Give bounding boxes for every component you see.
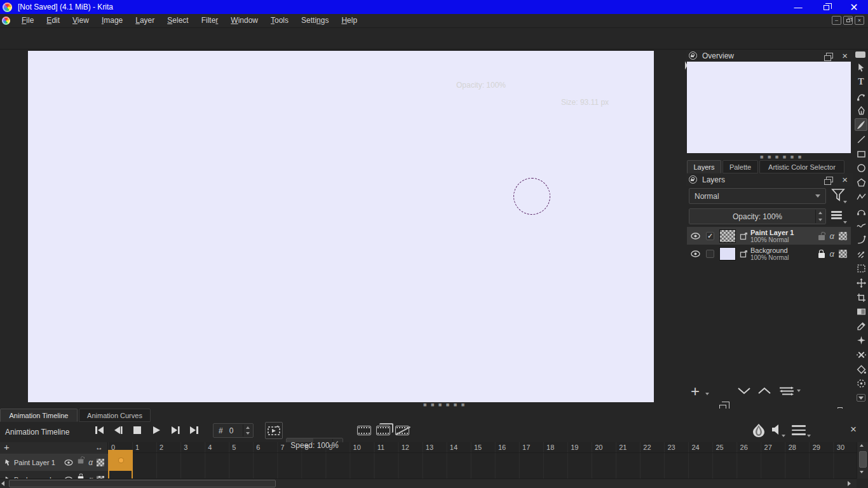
layer-properties-button[interactable] [779,386,794,396]
frame-label-17[interactable]: 17 [519,442,543,453]
overview-preview[interactable] [687,62,851,153]
bezier-curve-tool-icon[interactable] [855,205,867,217]
timeline-add-layer-button[interactable]: + [4,442,10,452]
skip-to-start-button[interactable] [91,423,107,438]
canvas[interactable] [28,51,654,402]
frame-label-12[interactable]: 12 [398,442,423,453]
visibility-eye-icon[interactable] [691,233,700,240]
select-shapes-tool-icon[interactable] [855,61,867,74]
timeline-ruler[interactable]: 0123456789101112131415161718192021222324… [108,442,857,453]
add-layer-button[interactable]: + [691,384,700,398]
add-layer-options-arrow[interactable] [705,393,709,395]
tab-palette[interactable]: Palette [722,160,758,173]
layers-float-button[interactable] [826,177,833,182]
alpha-inherit-icon[interactable] [97,459,104,466]
menu-file[interactable]: File [15,14,40,28]
freehand-brush-tool-icon[interactable] [855,118,867,131]
text-tool-icon[interactable]: T [855,76,867,88]
unlocked-icon[interactable] [78,459,84,463]
crop-tool-icon[interactable] [855,291,867,304]
polygon-tool-icon[interactable] [855,176,867,189]
layers-close-button[interactable]: × [842,177,848,183]
move-layer-up-button[interactable] [757,386,771,395]
alpha-icon[interactable]: α [88,458,93,467]
audio-options-arrow[interactable] [782,435,785,437]
tab-artistic-color-selector[interactable]: Artistic Color Selector [759,160,844,173]
skip-to-end-button[interactable] [186,423,203,438]
layer-thumbnail[interactable] [719,229,736,243]
polyline-tool-icon[interactable] [855,190,867,203]
current-frame-spinbox[interactable]: # 0 [213,423,254,438]
layer-filter-button[interactable] [831,188,845,202]
frame-label-30[interactable]: 30 [834,442,858,453]
properties-options-arrow[interactable] [797,390,801,392]
drop-frames-button[interactable] [265,422,283,439]
alpha-icon[interactable]: α [830,249,834,259]
visibility-eye-icon[interactable] [64,459,73,466]
menu-select[interactable]: Select [161,14,194,28]
frame-label-4[interactable]: 4 [205,442,229,453]
rectangle-tool-icon[interactable] [855,147,867,160]
docker-lock-icon[interactable] [689,175,697,184]
calligraphy-tool-icon[interactable] [855,104,867,117]
docker-lock-icon[interactable] [689,51,697,60]
duplicate-frame-button[interactable] [375,423,391,438]
menu-filter[interactable]: Filter [195,14,225,28]
create-blank-frame-button[interactable] [356,423,372,438]
layer-thumbnail[interactable] [719,247,736,261]
active-frame-cell[interactable] [109,450,132,471]
alpha-icon[interactable]: α [830,231,834,241]
layer-checkbox[interactable] [706,250,714,258]
canvas-splitter-handle[interactable]: ■ ■ ■ ■ ■ ■ [423,403,466,407]
window-minimize-button[interactable]: — [784,0,812,14]
horizontal-scrollbar-thumb[interactable] [9,480,276,487]
mdi-minimize-button[interactable]: – [832,16,841,25]
ellipse-tool-icon[interactable] [855,161,867,174]
vertical-scrollbar-thumb[interactable] [859,451,867,468]
frame-label-13[interactable]: 13 [423,442,447,453]
frame-label-25[interactable]: 25 [713,442,737,453]
delete-frame-button[interactable] [394,423,410,438]
overview-splitter-handle[interactable]: ■ ■ ■ ■ ■ ■ [760,155,803,159]
frame-label-27[interactable]: 27 [761,442,785,453]
menu-image[interactable]: Image [95,14,129,28]
animation-close-button[interactable]: × [850,426,857,433]
window-restore-button[interactable] [812,0,840,14]
timeline-row-paint-layer-1[interactable]: Paint Layer 1 α [0,454,108,471]
mdi-close-button[interactable]: × [855,16,864,25]
layer-blending-mode-dropdown[interactable]: Normal [689,188,826,204]
menu-edit[interactable]: Edit [40,14,66,28]
frame-label-2[interactable]: 2 [156,442,180,453]
layer-opacity-spin-arrows[interactable] [815,210,825,223]
frame-label-11[interactable]: 11 [374,442,398,453]
audio-options-button[interactable] [771,424,782,435]
more-tools-button[interactable] [855,391,867,404]
onion-skin-button[interactable] [752,423,766,438]
frame-label-15[interactable]: 15 [471,442,495,453]
freehand-path-tool-icon[interactable] [855,219,867,232]
frame-label-28[interactable]: 28 [785,442,810,453]
scroll-down-button[interactable] [860,471,864,473]
scroll-right-button[interactable] [848,481,851,486]
timeline-vertical-scrollbar[interactable] [857,442,868,478]
layer-opacity-slider[interactable]: Opacity: 100% [689,208,826,224]
layer-view-mode-button[interactable] [831,211,842,219]
multibrush-tool-icon[interactable] [855,248,867,261]
alpha-inherit-icon[interactable] [839,250,847,258]
menu-help[interactable]: Help [335,14,363,28]
colorize-mask-tool-icon[interactable] [855,334,867,346]
frame-label-23[interactable]: 23 [664,442,688,453]
fill-tool-icon[interactable] [855,363,867,376]
next-frame-button[interactable] [167,423,184,438]
frame-spin-arrows[interactable] [243,424,252,437]
frame-label-6[interactable]: 6 [253,442,277,453]
menu-settings[interactable]: Settings [295,14,335,28]
frame-label-3[interactable]: 3 [180,442,205,453]
dynamic-brush-tool-icon[interactable] [855,233,867,246]
menu-window[interactable]: Window [224,14,264,28]
frame-label-19[interactable]: 19 [567,442,592,453]
overview-close-button[interactable]: × [842,53,848,59]
frame-label-21[interactable]: 21 [616,442,640,453]
frame-label-22[interactable]: 22 [640,442,664,453]
layer-row-paint-layer-1[interactable]: ✓ Paint Layer 1 100% Normal α [687,227,851,245]
